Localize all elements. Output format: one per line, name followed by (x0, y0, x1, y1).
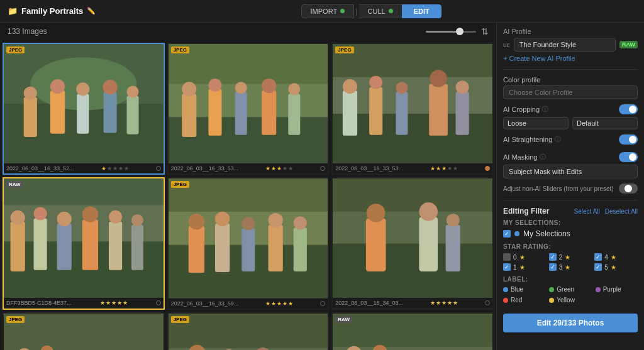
star-4: ★ (447, 165, 452, 172)
svg-rect-22 (262, 90, 276, 135)
photo-cell[interactable]: JPEG (3, 43, 165, 175)
photo-cell[interactable]: JPEG 2022_06_03__16_34_0... (167, 312, 330, 351)
cull-button[interactable]: CULL (359, 4, 402, 18)
nav-buttons: IMPORT | CULL EDIT (106, 4, 636, 18)
photo-badge-raw: RAW (6, 181, 23, 188)
svg-point-10 (103, 80, 117, 94)
svg-point-60 (215, 212, 230, 226)
my-selections-row[interactable]: My Selections (503, 229, 638, 238)
star-3-checkbox[interactable] (549, 263, 557, 271)
star-filter-5[interactable]: 5 ★ (594, 263, 638, 271)
svg-point-49 (82, 207, 98, 222)
photo-name: 2022_06_03__16_33_52... (6, 165, 74, 172)
star-5-checkbox[interactable] (594, 263, 602, 271)
uc-label: uc (503, 41, 510, 48)
star-5: ★ (453, 165, 458, 172)
label-grid: Blue Green Purple Red Yellow (503, 286, 638, 304)
svg-point-19 (208, 79, 221, 92)
svg-rect-29 (343, 90, 357, 136)
status-circle (156, 300, 161, 305)
photo-cell[interactable]: JPEG (167, 43, 330, 175)
label-green[interactable]: Green (549, 286, 591, 293)
ai-cropping-section: AI Cropping ⓘ Loose Tight Medium Default… (503, 104, 638, 129)
zoom-slider[interactable] (426, 31, 476, 33)
star-filter-1[interactable]: 1 ★ (503, 263, 547, 271)
svg-rect-70 (366, 219, 386, 272)
photo-badge: JPEG (171, 46, 189, 53)
label-red[interactable]: Red (503, 297, 545, 304)
star-4-checkbox[interactable] (594, 253, 602, 261)
svg-rect-44 (34, 219, 47, 270)
photo-cell[interactable]: JPEG (331, 43, 494, 175)
masking-type-select[interactable]: Subject Mask with Edits Subject Mask Sky… (503, 165, 638, 178)
ai-masking-row: AI Masking ⓘ (503, 152, 638, 162)
star-2-checkbox[interactable] (549, 253, 557, 261)
star-2: ★ (436, 165, 441, 172)
photo-cell[interactable]: JPEG (167, 177, 330, 309)
edit-button[interactable]: EDIT (402, 4, 441, 18)
star-filter-2[interactable]: 2 ★ (549, 253, 592, 261)
photo-status (485, 300, 490, 305)
photo-footer: 2022_06_03__16_33_59... ★ ★ ★ ★ ★ (169, 298, 328, 309)
gallery-header: 133 Images ⇅ (0, 23, 496, 40)
photo-status (320, 166, 325, 171)
svg-rect-76 (4, 314, 164, 351)
svg-point-45 (34, 207, 47, 221)
photo-thumbnail: JPEG (4, 44, 164, 163)
star-1: ★ (430, 300, 435, 306)
star-5: ★ (124, 165, 129, 172)
ai-straightening-toggle[interactable] (619, 134, 638, 145)
main-layout: 133 Images ⇅ JPEG (0, 23, 644, 350)
photo-badge-raw: RAW (335, 316, 352, 323)
star-5: ★ (123, 300, 128, 306)
red-dot (503, 298, 508, 303)
star-2: ★ (436, 300, 441, 306)
svg-rect-18 (208, 89, 221, 136)
svg-rect-11 (127, 96, 139, 134)
ai-cropping-toggle[interactable] (619, 104, 638, 114)
svg-point-58 (188, 214, 204, 229)
ai-profile-select[interactable]: The Founder Style (514, 38, 616, 52)
photo-cell[interactable]: JPEG 2022_06_03__16_34_0... (3, 312, 165, 351)
svg-point-62 (242, 217, 255, 231)
photo-thumbnail: JPEG (333, 44, 492, 163)
photo-footer: 2022_06_03__16_34_03... ★ ★ ★ ★ ★ (333, 298, 492, 308)
star-1-checkbox[interactable] (503, 263, 511, 271)
svg-point-75 (447, 214, 460, 227)
label-yellow[interactable]: Yellow (549, 297, 591, 304)
photo-status (485, 166, 490, 171)
star-filter-4[interactable]: 4 ★ (594, 253, 638, 261)
label-purple[interactable]: Purple (596, 286, 638, 293)
star-rating: ★ ★ ★ ★ ★ (430, 300, 458, 306)
edit-title-icon[interactable]: ✏️ (87, 7, 96, 15)
svg-point-38 (456, 80, 469, 94)
star-rating: ★ ★ ★ ★ ★ (265, 165, 293, 172)
color-profile-select[interactable]: Choose Color Profile (503, 85, 638, 99)
star-rating-grid: 0 ★ 2 ★ 4 ★ 1 ★ (503, 253, 638, 271)
select-all-button[interactable]: Select All (574, 208, 600, 215)
cropping-style-select[interactable]: Loose Tight Medium (503, 117, 569, 129)
cropping-default-select[interactable]: Default Portrait Landscape (572, 117, 638, 129)
photo-cell[interactable]: RAW 2022_06_03__16_34_0... ★ (331, 312, 494, 351)
photo-cell[interactable]: 2022_06_03__16_34_03... ★ ★ ★ ★ ★ (331, 177, 494, 309)
star-filter-3[interactable]: 3 ★ (549, 263, 592, 271)
star-0-checkbox[interactable] (503, 253, 511, 261)
sort-icon[interactable]: ⇅ (481, 26, 489, 36)
deselect-all-button[interactable]: Deselect All (605, 208, 638, 215)
svg-rect-65 (293, 227, 306, 271)
star-filter-0[interactable]: 0 ★ (503, 253, 547, 261)
ai-profile-section: AI Profile uc The Founder Style RAW + Cr… (503, 28, 638, 63)
svg-rect-46 (57, 224, 72, 270)
import-button[interactable]: IMPORT (301, 4, 355, 18)
label-blue[interactable]: Blue (503, 286, 545, 293)
ai-masking-toggle[interactable] (619, 152, 638, 162)
edit-photos-button[interactable]: Edit 29/133 Photos (503, 314, 638, 332)
my-selections-value: My Selections (523, 229, 570, 238)
photo-cell[interactable]: RAW (3, 177, 165, 309)
yellow-dot (549, 298, 554, 303)
adjust-toggle[interactable] (619, 183, 638, 194)
create-ai-profile-link[interactable]: + Create New AI Profile (503, 55, 575, 62)
svg-rect-94 (333, 314, 492, 351)
svg-rect-42 (11, 222, 25, 271)
my-selections-checkbox[interactable] (503, 230, 511, 238)
